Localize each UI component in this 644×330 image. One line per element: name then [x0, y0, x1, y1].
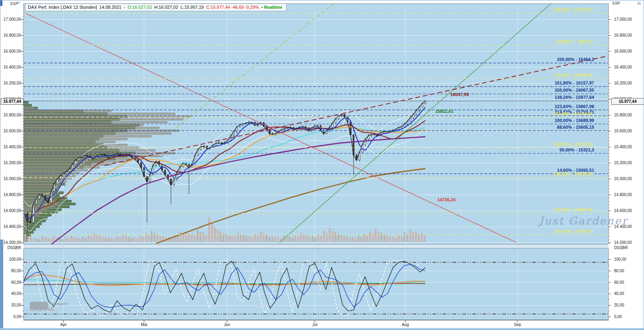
volume-bar [326, 233, 328, 242]
volume-bar [214, 227, 216, 242]
price-tick-label-left: 15.400,00 [1, 145, 21, 149]
volume-bar [93, 233, 95, 242]
current-price-box-left[interactable]: 15.977,44 [1, 98, 24, 105]
fib-label-yellow: 150,00% - 15392,05 [553, 142, 593, 147]
volume-bar [375, 229, 377, 242]
fib-label-blue: 138,20% - 15977,64 [555, 95, 594, 100]
volume-profile-bar-gray [24, 121, 167, 123]
volume-bar [398, 235, 400, 242]
price-tick-label-left: 17.000,00 [1, 17, 21, 22]
volume-bar [73, 237, 75, 242]
osc-tick-label-left: 60,00 [1, 280, 21, 285]
volume-bar [225, 234, 227, 242]
volume-bar [200, 232, 201, 242]
volume-bar [202, 232, 204, 242]
volume-profile-bar-gray [24, 107, 36, 109]
osc-tick-label-left: 0,00 [1, 314, 21, 319]
osc-tick-label-left: 100,00 [1, 257, 21, 261]
volume-bar [266, 235, 268, 242]
volume-bar [70, 236, 72, 242]
month-label: Apr [60, 322, 67, 327]
tradesignal-brand-label: Tradesignal® [50, 302, 67, 305]
volume-profile-bar-gray [24, 231, 27, 233]
volume-bar [274, 237, 276, 242]
volume-bar [245, 236, 247, 242]
volume-bar [306, 235, 308, 242]
low-value: L:15.957,19 [181, 5, 204, 10]
price-tick-label-left: 16.800,00 [1, 33, 21, 37]
price-tick-label-left: 14.200,00 [1, 240, 21, 245]
volume-bar [217, 230, 219, 242]
osc-tick-label-left: 80,00 [1, 269, 21, 273]
volume-bar [87, 235, 89, 242]
volume-bar [122, 234, 124, 242]
volume-bar [231, 236, 233, 242]
volume-bar [62, 239, 64, 242]
volume-bar [407, 234, 409, 242]
realtime-indicator: • Realtime [261, 5, 282, 10]
price-tick-label-right: 15.600,00 [614, 129, 632, 133]
fib-label-blue: 50,00% - 15321,3 [559, 147, 594, 152]
volume-bar [277, 237, 279, 242]
volume-profile-bar [24, 104, 32, 106]
chart-canvas[interactable] [0, 0, 644, 330]
volume-bar [44, 237, 46, 242]
volume-profile-bar-gray [24, 124, 143, 126]
volume-bar [113, 239, 115, 242]
volume-bar [314, 238, 316, 242]
volume-profile-bar-gray [24, 181, 67, 182]
fib-label-yellow: 161,80% - 15774,55 [553, 111, 593, 116]
price-tick-label-left: 16.400,00 [1, 65, 21, 69]
volume-bar [415, 232, 417, 242]
volume-profile-bar-gray [24, 144, 127, 145]
volume-bar [403, 232, 405, 242]
volume-bar [111, 238, 113, 242]
price-tick-label-right: 14.800,00 [614, 192, 632, 197]
volume-bar [257, 236, 259, 242]
month-label: Jul [312, 322, 318, 327]
volume-bar [85, 238, 87, 242]
month-label: Mai [141, 322, 147, 327]
osc-tick-label-right: 0,00 [614, 314, 622, 319]
volume-bar [134, 238, 136, 242]
volume-bar [24, 235, 26, 242]
volume-bar [260, 232, 262, 242]
volume-profile-bar-gray [24, 169, 87, 171]
volume-bar [33, 238, 35, 242]
volume-bar [41, 236, 43, 242]
fib-label-yellow: 176,40% - 16260,95 [553, 73, 593, 77]
volume-bar [237, 233, 239, 242]
volume-profile-bar-gray [24, 141, 115, 143]
volume-bar [343, 236, 345, 242]
volume-bar [234, 237, 236, 242]
current-price-box-right[interactable]: 15.977,44 [611, 98, 644, 105]
volume-bar [332, 231, 334, 242]
volume-bar [251, 238, 253, 242]
fib-label-blue: 88,60% - 15605,15 [557, 125, 594, 130]
volume-bar [269, 236, 271, 242]
volume-bar [312, 236, 314, 242]
fib-label-blue: 200,00% - 16454,2 [557, 57, 594, 62]
volume-bar [358, 236, 360, 242]
volume-profile-bar-gray [24, 110, 111, 112]
volume-bar [208, 217, 210, 242]
volume-bar [369, 232, 371, 242]
volume-profile-bar-gray [24, 167, 99, 168]
volume-bar [286, 237, 288, 242]
fib-label-yellow: 123,60% - 14569,58 [553, 207, 593, 212]
volume-bar [177, 236, 179, 242]
volume-bar [30, 237, 32, 242]
volume-profile-bar-gray [24, 192, 59, 193]
volume-profile-bar-gray [24, 189, 55, 191]
close-value: C:15.977,44 -46,69 -0,29% [206, 5, 259, 10]
volume-bar [102, 237, 104, 242]
price-tick-label-left: 15.600,00 [1, 129, 21, 133]
volume-bar [79, 238, 81, 242]
price-tick-label-left: 15.000,00 [1, 177, 21, 181]
scale-mode-label: ln [638, 1, 641, 6]
volume-bar [421, 233, 423, 242]
volume-profile-bar-gray [24, 127, 159, 129]
volume-profile-bar-gray [24, 133, 171, 134]
volume-bar [194, 236, 196, 242]
volume-bar [142, 237, 144, 242]
